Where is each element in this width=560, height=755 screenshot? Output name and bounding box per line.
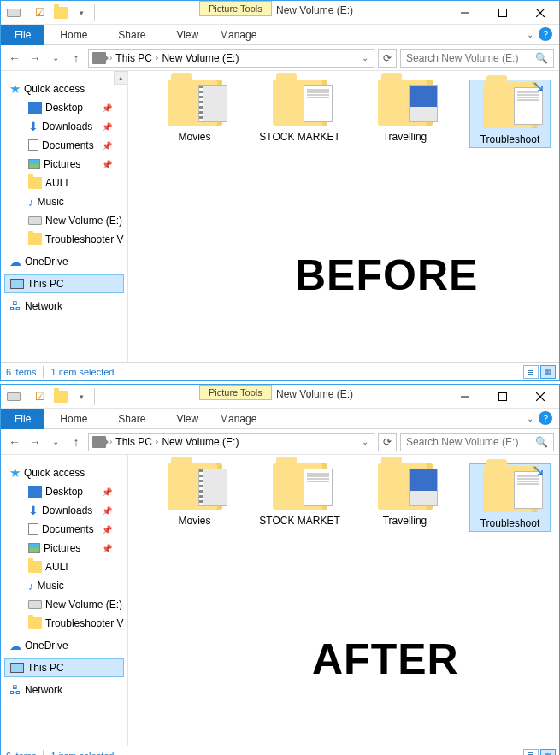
address-bar[interactable]: › This PC › New Volume (E:) ⌄ xyxy=(88,49,374,68)
sidebar-item-new-volume[interactable]: New Volume (E:) xyxy=(4,595,124,614)
thumbnails-view-button[interactable]: ▦ xyxy=(540,365,556,379)
maximize-button[interactable] xyxy=(484,385,522,409)
file-tab[interactable]: File xyxy=(1,409,44,429)
sidebar-onedrive[interactable]: ☁OneDrive xyxy=(4,636,124,655)
address-bar[interactable]: › This PC › New Volume (E:) ⌄ xyxy=(88,433,374,451)
back-button[interactable]: ← xyxy=(6,434,23,451)
help-icon[interactable]: ? xyxy=(539,27,552,41)
sidebar-network[interactable]: 🖧Network xyxy=(4,297,124,316)
new-folder-icon[interactable] xyxy=(53,5,68,21)
search-box[interactable]: 🔍 xyxy=(400,49,554,68)
search-input[interactable] xyxy=(406,436,535,448)
minimize-button[interactable] xyxy=(446,1,484,25)
folder-item-movies[interactable]: Movies xyxy=(154,80,235,148)
sidebar-item-music[interactable]: ♪Music xyxy=(4,576,124,595)
sidebar-item-downloads[interactable]: ⬇Downloads📌 xyxy=(4,117,124,136)
sidebar-item-desktop[interactable]: Desktop📌 xyxy=(4,98,124,117)
folder-item-travelling[interactable]: Travelling xyxy=(364,463,445,532)
breadcrumb-part[interactable]: New Volume (E:) xyxy=(162,436,239,448)
help-icon[interactable]: ? xyxy=(539,411,552,425)
thumbnails-view-button[interactable]: ▦ xyxy=(540,749,556,756)
search-icon[interactable]: 🔍 xyxy=(535,52,548,64)
up-button[interactable]: ↑ xyxy=(68,50,85,67)
folder-label: Travelling xyxy=(383,515,427,527)
refresh-button[interactable]: ⟳ xyxy=(378,433,397,451)
search-icon[interactable]: 🔍 xyxy=(535,436,548,448)
up-button[interactable]: ↑ xyxy=(68,434,85,451)
picture-tools-tab[interactable]: Picture Tools xyxy=(199,1,272,16)
back-button[interactable]: ← xyxy=(6,50,23,67)
sidebar-item-documents[interactable]: Documents📌 xyxy=(4,520,124,539)
sidebar-this-pc[interactable]: This PC xyxy=(4,274,124,293)
new-folder-icon[interactable] xyxy=(53,389,68,404)
tab-share[interactable]: Share xyxy=(103,26,161,44)
chevron-right-icon[interactable]: › xyxy=(156,437,158,446)
tab-home[interactable]: Home xyxy=(44,26,103,44)
close-button[interactable] xyxy=(522,1,559,25)
drive-icon xyxy=(28,216,42,225)
folder-item-troubleshoot[interactable]: ↘ Troubleshoot xyxy=(469,463,551,532)
explorer-window-after: ☑ ▾ Picture Tools New Volume (E:) File H… xyxy=(0,384,560,755)
sidebar-quick-access[interactable]: ★Quick access xyxy=(4,80,124,98)
qat-dropdown-icon[interactable]: ▾ xyxy=(74,389,89,404)
folder-item-troubleshoot[interactable]: ↘ Troubleshoot xyxy=(469,80,551,148)
recent-locations-button[interactable]: ⌄ xyxy=(47,50,64,67)
file-tab[interactable]: File xyxy=(1,25,44,45)
qat-dropdown-icon[interactable]: ▾ xyxy=(74,5,89,21)
sidebar-network[interactable]: 🖧Network xyxy=(4,681,124,699)
sidebar-item-downloads[interactable]: ⬇Downloads📌 xyxy=(4,501,124,520)
chevron-right-icon[interactable]: › xyxy=(109,437,112,446)
sidebar-item-desktop[interactable]: Desktop📌 xyxy=(4,482,124,501)
breadcrumb-part[interactable]: This PC xyxy=(115,52,152,64)
sidebar-item-music[interactable]: ♪Music xyxy=(4,192,124,211)
folder-item-stock-market[interactable]: STOCK MARKET xyxy=(259,463,340,532)
folder-content-area[interactable]: Movies STOCK MARKET Travelling ↘ Trouble… xyxy=(128,71,559,362)
folder-item-travelling[interactable]: Travelling xyxy=(364,80,445,148)
properties-icon[interactable]: ☑ xyxy=(32,5,48,21)
sidebar-this-pc[interactable]: This PC xyxy=(4,658,124,677)
collapse-ribbon-icon[interactable]: ⌄ xyxy=(527,30,533,39)
recent-locations-button[interactable]: ⌄ xyxy=(47,434,64,451)
tab-share[interactable]: Share xyxy=(103,410,161,428)
maximize-button[interactable] xyxy=(484,1,522,25)
breadcrumb-part[interactable]: New Volume (E:) xyxy=(162,52,239,64)
close-button[interactable] xyxy=(522,385,559,409)
search-box[interactable]: 🔍 xyxy=(400,433,554,451)
sidebar-quick-access[interactable]: ★Quick access xyxy=(4,463,124,482)
status-bar: 6 items 1 item selected ≣ ▦ xyxy=(1,746,559,755)
address-dropdown-icon[interactable]: ⌄ xyxy=(357,53,374,62)
sidebar-label: New Volume (E:) xyxy=(45,215,122,227)
details-view-button[interactable]: ≣ xyxy=(523,365,539,379)
sidebar-label: Desktop xyxy=(45,486,83,498)
forward-button[interactable]: → xyxy=(27,50,44,67)
folder-content-area[interactable]: Movies STOCK MARKET Travelling ↘ Trouble… xyxy=(128,455,559,746)
search-input[interactable] xyxy=(406,52,535,64)
sidebar-item-troubleshooter[interactable]: Troubleshooter V xyxy=(4,230,124,249)
sidebar-item-pictures[interactable]: Pictures📌 xyxy=(4,539,124,557)
overlay-label-after: AFTER xyxy=(312,634,459,684)
folder-icon xyxy=(28,617,42,629)
sidebar-onedrive[interactable]: ☁OneDrive xyxy=(4,252,124,271)
address-dropdown-icon[interactable]: ⌄ xyxy=(357,437,374,446)
tab-manage[interactable]: Manage xyxy=(204,410,272,428)
chevron-right-icon[interactable]: › xyxy=(156,53,158,62)
refresh-button[interactable]: ⟳ xyxy=(378,49,397,68)
sidebar-item-pictures[interactable]: Pictures📌 xyxy=(4,155,124,174)
sidebar-item-documents[interactable]: Documents📌 xyxy=(4,136,124,155)
folder-item-stock-market[interactable]: STOCK MARKET xyxy=(259,80,340,148)
properties-icon[interactable]: ☑ xyxy=(32,389,48,404)
minimize-button[interactable] xyxy=(446,385,484,409)
details-view-button[interactable]: ≣ xyxy=(523,749,539,756)
sidebar-item-auli[interactable]: AULI xyxy=(4,174,124,192)
picture-tools-tab[interactable]: Picture Tools xyxy=(199,385,272,400)
chevron-right-icon[interactable]: › xyxy=(109,53,112,62)
sidebar-item-troubleshooter[interactable]: Troubleshooter V xyxy=(4,614,124,633)
folder-item-movies[interactable]: Movies xyxy=(154,463,235,532)
forward-button[interactable]: → xyxy=(27,434,44,451)
tab-manage[interactable]: Manage xyxy=(204,26,272,44)
sidebar-item-auli[interactable]: AULI xyxy=(4,557,124,576)
tab-home[interactable]: Home xyxy=(44,410,103,428)
sidebar-item-new-volume[interactable]: New Volume (E:) xyxy=(4,211,124,230)
collapse-ribbon-icon[interactable]: ⌄ xyxy=(527,414,533,423)
breadcrumb-part[interactable]: This PC xyxy=(115,436,152,448)
